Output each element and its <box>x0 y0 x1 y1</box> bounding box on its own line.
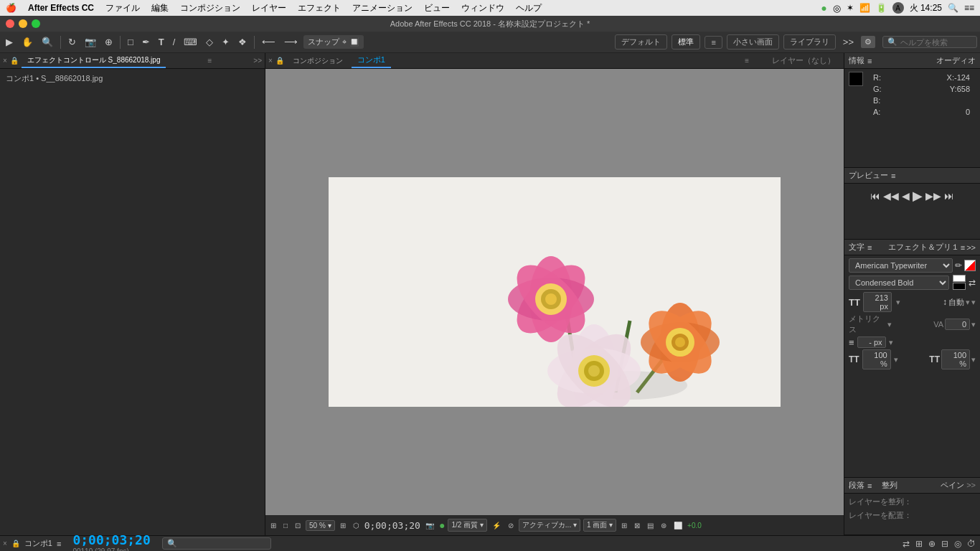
comp-ctrl-b2[interactable]: ⊠ <box>632 521 642 530</box>
pct-val2[interactable]: 100 % <box>941 349 970 369</box>
workspace-small[interactable]: 小さい画面 <box>727 34 779 50</box>
hand-tool[interactable]: ✋ <box>19 35 36 49</box>
metrics-dropdown[interactable]: ▾ <box>887 320 892 329</box>
search-icon[interactable]: 🔍 <box>948 3 958 13</box>
font-select[interactable]: American Typewriter <box>849 258 953 273</box>
left-panel-close[interactable]: × <box>3 57 7 65</box>
apple-menu[interactable]: 🍎 <box>6 3 17 13</box>
comp-ctrl-b1[interactable]: ⊞ <box>619 521 629 530</box>
comp-ctrl-camera[interactable]: 📷 <box>423 521 436 530</box>
snap-magnet[interactable]: 🔲 <box>349 37 359 47</box>
prev-btn-first[interactable]: ⏮ <box>870 190 880 202</box>
left-panel-expand[interactable]: >> <box>253 57 262 65</box>
para-expand[interactable]: >> <box>966 481 976 489</box>
tl-btn-grid[interactable]: ⊟ <box>940 537 950 550</box>
char-menu-icon[interactable]: ≡ <box>867 243 872 252</box>
comp-ctrl-trans[interactable]: ⊘ <box>506 521 516 530</box>
menu-composition[interactable]: コンポジション <box>180 2 240 14</box>
select-tool[interactable]: ▶ <box>3 35 16 49</box>
close-btn[interactable] <box>6 19 14 28</box>
arrow-tool3[interactable]: ⟶ <box>281 35 301 49</box>
prev-btn-play[interactable]: ▶ <box>913 188 923 204</box>
comp-ctrl-b3[interactable]: ▤ <box>645 521 656 530</box>
quality-dropdown[interactable]: 1/2 画質 ▾ <box>448 519 486 532</box>
va-val[interactable]: 0 <box>945 319 970 330</box>
info-menu-icon[interactable]: ≡ <box>867 57 872 65</box>
effects-menu-icon[interactable]: ≡ <box>961 243 965 252</box>
preview-menu-icon[interactable]: ≡ <box>891 171 895 180</box>
effects-expand[interactable]: >> <box>966 243 976 252</box>
maximize-btn[interactable] <box>32 19 40 28</box>
roto-tool[interactable]: ❖ <box>235 35 250 49</box>
left-panel-tab-effect[interactable]: エフェクトコントロール S_88662018.jpg <box>22 54 166 68</box>
comp-ctrl-dot[interactable]: ● <box>439 519 445 531</box>
view-dropdown[interactable]: アクティブカ... ▾ <box>519 519 580 532</box>
menu-layer[interactable]: レイヤー <box>252 2 286 14</box>
workspace-library[interactable]: ライブラリ <box>783 34 836 50</box>
comp-ctrl-resize[interactable]: ⊞ <box>338 521 348 530</box>
text-color-swatch[interactable] <box>964 260 976 271</box>
comp-panel-close[interactable]: × <box>268 57 273 65</box>
size-arrow[interactable]: ▾ <box>896 298 900 307</box>
comp-ctrl-grid[interactable]: ⊞ <box>268 521 278 530</box>
search-input[interactable] <box>900 38 972 47</box>
swap-colors[interactable]: ⇄ <box>969 278 976 288</box>
tl-btn-clock[interactable]: ⏱ <box>966 537 977 550</box>
pencil-icon[interactable]: ✏ <box>955 260 962 270</box>
comp-ctrl-b4[interactable]: ⊛ <box>659 521 669 530</box>
timeline-lock[interactable]: 🔒 <box>11 540 20 547</box>
size-value[interactable]: 213 px <box>863 292 892 312</box>
comp-ctrl-fast[interactable]: ⚡ <box>490 521 503 530</box>
pan-tool[interactable]: ⊕ <box>102 35 116 49</box>
minimize-btn[interactable] <box>19 19 27 28</box>
tl-btn-add[interactable]: ⊕ <box>927 537 937 550</box>
camera-tool[interactable]: 📷 <box>82 35 99 49</box>
screen-dropdown[interactable]: 1 画面 ▾ <box>583 519 616 532</box>
timeline-close[interactable]: × <box>3 540 7 547</box>
workspace-menu[interactable]: ≡ <box>705 36 722 49</box>
zoom-dropdown[interactable]: 50 % ▾ <box>306 520 335 531</box>
comp-timecode[interactable]: 0;00;03;20 <box>364 520 420 531</box>
menu-edit[interactable]: 編集 <box>151 2 169 14</box>
color-swatch[interactable] <box>849 72 863 86</box>
comp-tab-composition[interactable]: コンポジション <box>287 55 349 67</box>
comp-panel-lock[interactable]: 🔒 <box>275 57 284 65</box>
snap-icon[interactable]: ⌖ <box>342 37 347 47</box>
eraser-tool[interactable]: ◇ <box>203 35 216 49</box>
clone-tool[interactable]: ⌨ <box>181 35 200 49</box>
tl-btn-motion[interactable]: ⇄ <box>901 537 911 550</box>
arrow-tool2[interactable]: ⟵ <box>259 35 278 49</box>
workspace-expand[interactable]: >> <box>840 35 857 49</box>
spacing-dropdown[interactable]: ▾ <box>889 338 893 347</box>
workspace-standard[interactable]: 標準 <box>672 34 700 50</box>
menu-help[interactable]: ヘルプ <box>516 2 542 14</box>
puppet-tool[interactable]: ✦ <box>219 35 232 49</box>
brush-tool[interactable]: / <box>170 35 179 49</box>
menu-animation[interactable]: アニメーション <box>352 2 413 14</box>
pct-expand2[interactable]: ▾ <box>971 355 976 364</box>
menu-file[interactable]: ファイル <box>105 2 140 14</box>
comp-tab-menu[interactable]: ≡ <box>745 57 749 65</box>
font-style-select[interactable]: Condensed Bold <box>849 276 949 290</box>
left-panel-lock[interactable]: 🔒 <box>10 57 19 65</box>
menu-effect[interactable]: エフェクト <box>298 2 341 14</box>
line-spacing-expand[interactable]: ▾ <box>966 298 970 307</box>
menu-window[interactable]: ウィンドウ <box>461 2 504 14</box>
va-expand[interactable]: ▾ <box>971 320 976 329</box>
bg-color-swatch[interactable] <box>953 283 966 290</box>
prev-btn-back[interactable]: ◀ <box>902 190 910 202</box>
zoom-tool[interactable]: 🔍 <box>39 35 56 49</box>
comp-tab-active[interactable]: コンポ1 <box>352 53 391 68</box>
tl-btn-graph[interactable]: ⊞ <box>914 537 924 550</box>
para-menu[interactable]: ≡ <box>867 481 872 490</box>
tl-search-input[interactable] <box>180 540 266 548</box>
menu-view[interactable]: ビュー <box>424 2 450 14</box>
pct-val1[interactable]: 100 % <box>862 349 891 369</box>
comp-ctrl-view[interactable]: □ <box>281 521 290 530</box>
comp-ctrl-safe[interactable]: ⊡ <box>293 521 303 530</box>
spacing-val[interactable]: - px <box>857 336 886 348</box>
comp-viewer[interactable] <box>265 69 844 515</box>
tl-btn-circle[interactable]: ◎ <box>953 537 963 550</box>
prev-btn-fwd[interactable]: ▶▶ <box>925 190 941 202</box>
prev-btn-last[interactable]: ⏭ <box>944 190 954 202</box>
